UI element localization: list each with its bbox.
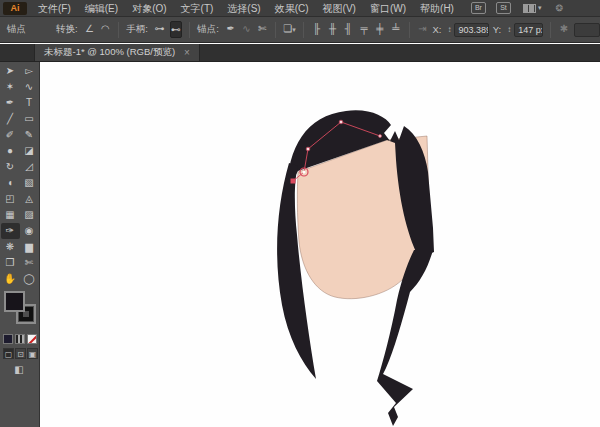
- tool-eraser[interactable]: ◪: [20, 143, 39, 159]
- draw-normal-button[interactable]: ▢: [3, 348, 14, 359]
- chevron-down-icon: ▾: [292, 26, 296, 33]
- document-tab-bar: 未标题-1* @ 100% (RGB/预览) ×: [0, 44, 600, 62]
- x-label: X:: [432, 24, 441, 35]
- connect-anchors-button[interactable]: ∿: [241, 21, 253, 38]
- menu-file[interactable]: 文件(F): [31, 0, 78, 17]
- workspace-switcher[interactable]: ▾: [523, 4, 542, 13]
- fill-stroke-swatches: [4, 291, 38, 331]
- tool-blob-brush[interactable]: ●: [1, 143, 20, 159]
- control-bar: 锚点 转换: ∠ ◠ 手柄: ⊶ ⊷ 锚点: ✒ ∿ ✄ ❏▾ ╟ ╫ ╢ ╤ …: [0, 17, 600, 43]
- convert-to-smooth-button[interactable]: ◠: [99, 21, 111, 38]
- separator: [118, 22, 119, 38]
- separator: [275, 22, 276, 38]
- align-right-button[interactable]: ╢: [342, 21, 354, 38]
- handles-label: 手柄:: [126, 23, 148, 36]
- cs-live-icon[interactable]: ❂: [555, 3, 563, 13]
- tool-rectangle[interactable]: ▭: [20, 111, 39, 127]
- gradient-button[interactable]: [15, 334, 25, 344]
- anchor-point-highlight-center: [303, 171, 306, 174]
- menu-effect[interactable]: 效果(C): [268, 0, 316, 17]
- tool-mesh[interactable]: ▦: [1, 207, 20, 223]
- menu-edit[interactable]: 编辑(E): [78, 0, 125, 17]
- anchor-point-selected[interactable]: [291, 179, 296, 184]
- artboard-canvas[interactable]: [40, 62, 600, 427]
- workspace-layout-icon: [523, 4, 536, 13]
- separator: [189, 22, 190, 38]
- align-v-center-button[interactable]: ╪: [374, 21, 386, 38]
- convert-to-corner-button[interactable]: ∠: [84, 21, 96, 38]
- separator: [409, 22, 410, 38]
- tool-magic-wand[interactable]: ✶: [1, 79, 20, 95]
- anchor-point[interactable]: [306, 147, 310, 151]
- anchors-label: 锚点:: [197, 23, 219, 36]
- align-left-button[interactable]: ╟: [311, 21, 323, 38]
- menu-select[interactable]: 选择(S): [220, 0, 267, 17]
- x-input[interactable]: 903.389: [454, 23, 488, 37]
- tool-selection[interactable]: ➤: [1, 63, 20, 79]
- y-label: Y:: [493, 24, 501, 35]
- menu-window[interactable]: 窗口(W): [363, 0, 413, 17]
- transform-field[interactable]: [574, 23, 600, 37]
- chevron-down-icon: ▾: [538, 4, 542, 12]
- tool-line-segment[interactable]: ╱: [1, 111, 20, 127]
- menu-type[interactable]: 文字(T): [174, 0, 221, 17]
- draw-inside-button[interactable]: ▣: [27, 348, 38, 359]
- isolate-selection-icon[interactable]: ⇥: [417, 21, 429, 38]
- tools-panel: ➤ ▻ ✶ ∿ ✒ T ╱ ▭ ✐ ✎ ● ◪ ↻ ◿ ◖ ▧ ◰ ◬ ▦ ▨ …: [0, 62, 40, 427]
- none-button[interactable]: [27, 334, 37, 344]
- tool-rotate[interactable]: ↻: [1, 159, 20, 175]
- tool-free-transform[interactable]: ▧: [20, 175, 39, 191]
- remove-anchor-button[interactable]: ✒: [225, 21, 237, 38]
- tool-direct-selection[interactable]: ▻: [20, 63, 39, 79]
- draw-behind-button[interactable]: ⊡: [15, 348, 26, 359]
- cut-path-button[interactable]: ✄: [256, 21, 268, 38]
- tool-zoom[interactable]: ◯: [20, 271, 39, 287]
- tool-pencil[interactable]: ✎: [20, 127, 39, 143]
- tool-artboard[interactable]: ❐: [1, 255, 20, 271]
- tool-column-graph[interactable]: ▆: [20, 239, 39, 255]
- convert-label: 转换:: [56, 23, 78, 36]
- stock-button[interactable]: St: [496, 2, 511, 14]
- tool-hand[interactable]: ✋: [1, 271, 20, 287]
- color-button[interactable]: [3, 334, 13, 344]
- close-icon[interactable]: ×: [184, 47, 190, 58]
- tool-scale[interactable]: ◿: [20, 159, 39, 175]
- tool-slice[interactable]: ✄: [20, 255, 39, 271]
- separator: [550, 22, 551, 38]
- tool-blend[interactable]: ◉: [20, 223, 39, 239]
- menu-help[interactable]: 帮助(H): [413, 0, 461, 17]
- export-selection-button[interactable]: ❏▾: [283, 21, 295, 38]
- tool-shape-builder[interactable]: ◰: [1, 191, 20, 207]
- align-h-center-button[interactable]: ╫: [327, 21, 339, 38]
- hide-handles-button[interactable]: ⊷: [170, 21, 182, 38]
- screen-mode-button[interactable]: ◧: [10, 363, 28, 376]
- menu-bar: Ai 文件(F) 编辑(E) 对象(O) 文字(T) 选择(S) 效果(C) 视…: [0, 0, 600, 17]
- x-spinner[interactable]: ↕: [447, 25, 450, 34]
- document-icon: ❏: [283, 23, 292, 34]
- tool-grid: ➤ ▻ ✶ ∿ ✒ T ╱ ▭ ✐ ✎ ● ◪ ↻ ◿ ◖ ▧ ◰ ◬ ▦ ▨ …: [0, 62, 39, 287]
- anchor-point[interactable]: [379, 135, 382, 138]
- tool-eyedropper[interactable]: ✑: [1, 223, 20, 239]
- fill-swatch[interactable]: [4, 291, 25, 312]
- align-bottom-button[interactable]: ╧: [390, 21, 402, 38]
- tool-perspective-grid[interactable]: ◬: [20, 191, 39, 207]
- menu-view[interactable]: 视图(V): [316, 0, 363, 17]
- tool-paintbrush[interactable]: ✐: [1, 127, 20, 143]
- tool-lasso[interactable]: ∿: [20, 79, 39, 95]
- drawing-modes-row: ▢ ⊡ ▣: [3, 348, 38, 359]
- anchor-point[interactable]: [339, 120, 343, 124]
- bridge-button[interactable]: Br: [471, 2, 486, 14]
- transform-icon[interactable]: ✱: [558, 21, 570, 38]
- artwork: [40, 62, 600, 427]
- tool-type[interactable]: T: [20, 95, 39, 111]
- menu-object[interactable]: 对象(O): [125, 0, 173, 17]
- y-input[interactable]: 147 px: [514, 23, 543, 37]
- tool-gradient[interactable]: ▨: [20, 207, 39, 223]
- y-spinner[interactable]: ↕: [507, 25, 510, 34]
- tool-width[interactable]: ◖: [1, 175, 20, 191]
- tool-symbol-sprayer[interactable]: ❋: [1, 239, 20, 255]
- align-top-button[interactable]: ╤: [358, 21, 370, 38]
- show-handles-button[interactable]: ⊶: [154, 21, 166, 38]
- tool-pen[interactable]: ✒: [1, 95, 20, 111]
- document-tab[interactable]: 未标题-1* @ 100% (RGB/预览) ×: [34, 44, 200, 61]
